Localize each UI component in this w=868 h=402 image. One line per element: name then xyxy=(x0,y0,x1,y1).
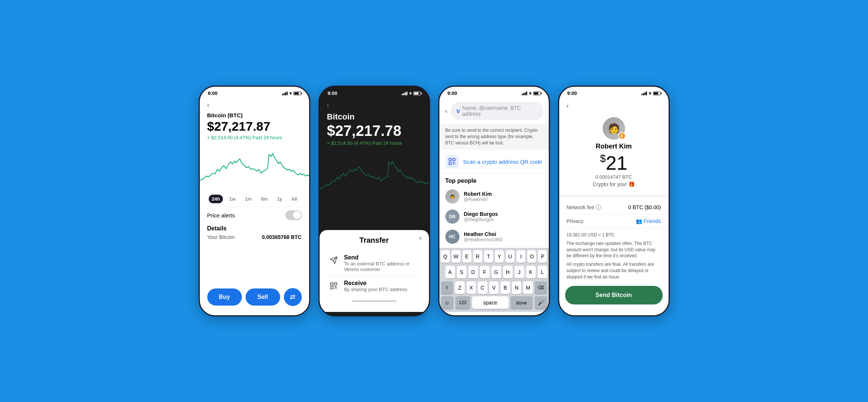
signal-icon-1 xyxy=(282,92,288,95)
status-icons-1: ▾ xyxy=(282,91,301,96)
back-button-2[interactable]: ‹ xyxy=(327,101,422,109)
info-box: 19,381.00 USD = 1 BTC The exchange rate … xyxy=(559,228,669,286)
key-s[interactable]: S xyxy=(457,266,467,278)
p1-header: ‹ Bitcoin (BTC) $27,217.87 + $2,514.50 (… xyxy=(200,98,309,140)
key-p[interactable]: P xyxy=(538,250,547,263)
filter-24h[interactable]: 24h xyxy=(209,195,223,203)
filter-1y[interactable]: 1y xyxy=(274,195,285,203)
filter-6m[interactable]: 6m xyxy=(258,195,270,203)
transfer-icon: ⇄ xyxy=(290,293,295,301)
send-sheet-item[interactable]: Send To an external BTC address or Venmo… xyxy=(329,251,420,276)
privacy-row: Privacy 👥 Friends xyxy=(559,214,669,228)
person-row-2[interactable]: HC Heather Choi @Heatherchoi1993 xyxy=(439,227,549,247)
key-backspace[interactable]: ⌫ xyxy=(535,281,547,294)
key-x[interactable]: X xyxy=(467,281,476,294)
kb-row-bottom: ☺ 123 space done 🎤 xyxy=(439,295,549,312)
key-w[interactable]: W xyxy=(452,250,461,263)
back-button-4[interactable]: ‹ xyxy=(567,102,661,110)
key-o[interactable]: O xyxy=(527,250,536,263)
receive-sheet-item[interactable]: Receive By sharing your BTC address xyxy=(329,276,420,296)
key-z[interactable]: Z xyxy=(455,281,465,294)
status-icons-4: ▾ xyxy=(641,91,660,96)
avatar-diego-burgos: DB xyxy=(445,210,459,224)
amount-value: 21 xyxy=(606,153,627,173)
key-d[interactable]: D xyxy=(468,266,478,278)
back-button-3[interactable]: ‹ xyxy=(445,107,448,115)
key-c[interactable]: C xyxy=(478,281,487,294)
p4-header: ‹ xyxy=(559,98,669,114)
send-bitcoin-button[interactable]: Send Bitcoin xyxy=(565,286,663,304)
key-r[interactable]: R xyxy=(473,250,482,263)
coin-name-2: Bitcoin xyxy=(327,112,422,122)
key-space[interactable]: space xyxy=(472,296,509,309)
qr-scan-icon xyxy=(445,155,459,168)
phones-container: 9:00 ▾ ‹ Bitcoin (BTC) $27,217.87 + $2,5… xyxy=(199,86,670,316)
sheet-close-button[interactable]: × xyxy=(419,235,422,242)
filter-1w[interactable]: 1w xyxy=(227,195,239,203)
key-f[interactable]: F xyxy=(480,266,490,278)
p3-header: ‹ V Name, @username, BTC address xyxy=(439,98,549,124)
key-u[interactable]: U xyxy=(506,250,515,263)
status-bar-2: 9:00 ▾ xyxy=(320,87,429,98)
price-alerts-row: Price alerts xyxy=(200,206,309,224)
top-people-title: Top people xyxy=(439,174,549,186)
buy-button[interactable]: Buy xyxy=(207,288,242,306)
key-q[interactable]: Q xyxy=(441,250,450,263)
key-h[interactable]: H xyxy=(503,266,513,278)
venmo-v-icon: V xyxy=(457,108,460,114)
price-alerts-toggle[interactable] xyxy=(285,210,302,220)
coin-price-1: $27,217.87 xyxy=(207,119,302,134)
privacy-val[interactable]: 👥 Friends xyxy=(636,218,661,224)
exchange-rate-text: 19,381.00 USD = 1 BTC xyxy=(567,232,661,238)
key-e[interactable]: E xyxy=(462,250,471,263)
time-4: 9:00 xyxy=(567,90,577,96)
key-y[interactable]: Y xyxy=(495,250,504,263)
sell-button[interactable]: Sell xyxy=(246,288,280,306)
your-bitcoin-val: 0.00365768 BTC xyxy=(262,234,302,240)
key-g[interactable]: G xyxy=(491,266,501,278)
back-button-1[interactable]: ‹ xyxy=(207,101,302,109)
signal-icon-3 xyxy=(522,92,527,95)
status-icons-2: ▾ xyxy=(402,91,421,96)
key-v[interactable]: V xyxy=(489,281,499,294)
divider-1 xyxy=(559,195,669,198)
person-handle-2: @Heatherchoi1993 xyxy=(464,237,503,242)
key-k[interactable]: K xyxy=(526,266,536,278)
key-done[interactable]: done xyxy=(510,296,533,309)
key-i[interactable]: I xyxy=(516,250,525,263)
phone-4: 9:00 ▾ ‹ 🧑 xyxy=(558,86,670,316)
key-a[interactable]: A xyxy=(445,266,455,278)
network-fee-info-icon[interactable]: i xyxy=(596,205,601,210)
person-row-0[interactable]: 🧑 Robert Kim @Rokkim97 xyxy=(439,186,549,207)
btc-badge: ₿ xyxy=(618,132,626,140)
key-n[interactable]: N xyxy=(512,281,522,294)
transfer-button[interactable]: ⇄ xyxy=(284,288,302,306)
svg-rect-5 xyxy=(449,162,451,165)
person-handle-1: @Dieg0burg0s xyxy=(464,217,498,222)
status-bar-3: 9:00 ▾ xyxy=(439,87,549,98)
key-emoji[interactable]: ☺ xyxy=(441,296,454,309)
filter-all[interactable]: All xyxy=(288,195,300,203)
battery-icon-3 xyxy=(533,92,541,95)
qr-scan-row[interactable]: Scan a crypto address QR code xyxy=(439,150,549,174)
kb-row-3: ⇧ Z X C V B N M ⌫ xyxy=(439,279,549,295)
key-t[interactable]: T xyxy=(484,250,493,263)
person-row-1[interactable]: DB Diego Burgos @Dieg0burg0s xyxy=(439,207,549,227)
key-mic[interactable]: 🎤 xyxy=(535,296,547,309)
price-alerts-label: Price alerts xyxy=(207,212,235,218)
key-j[interactable]: J xyxy=(515,266,524,278)
key-l[interactable]: L xyxy=(538,266,547,278)
filter-1m[interactable]: 1m xyxy=(242,195,254,203)
home-indicator-2 xyxy=(329,300,420,302)
your-bitcoin-label: Your Bitcoin xyxy=(207,234,235,240)
key-m[interactable]: M xyxy=(523,281,533,294)
warning-text: Be sure to send to the correct recipient… xyxy=(445,128,538,146)
search-box[interactable]: V Name, @username, BTC address xyxy=(451,102,543,120)
phone-3: 9:00 ▾ ‹ V Name, @username, BTC address xyxy=(438,86,550,316)
battery-icon-4 xyxy=(653,92,660,95)
key-b[interactable]: B xyxy=(500,281,510,294)
key-123[interactable]: 123 xyxy=(455,296,470,309)
key-shift[interactable]: ⇧ xyxy=(441,281,453,294)
kb-row-1: Q W E R T Y U I O P xyxy=(439,248,549,264)
chart-1 xyxy=(200,143,309,192)
